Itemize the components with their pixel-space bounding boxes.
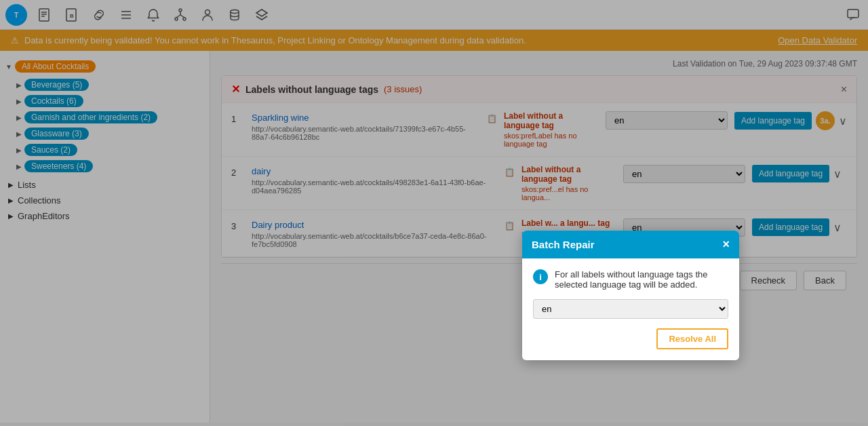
resolve-all-button[interactable]: Resolve All <box>656 328 728 349</box>
modal-info: i For all labels without language tags t… <box>533 269 728 290</box>
modal-close-button[interactable]: × <box>722 237 730 252</box>
modal-language-select[interactable]: endefr <box>533 299 728 319</box>
info-icon: i <box>533 269 548 284</box>
modal-title: Batch Repair <box>532 239 595 250</box>
modal-overlay: Batch Repair × i For all labels without … <box>0 0 868 423</box>
modal-info-text: For all labels without language tags the… <box>555 269 728 290</box>
modal-footer: Resolve All <box>533 328 728 349</box>
modal-header: Batch Repair × <box>522 231 739 258</box>
batch-repair-modal: Batch Repair × i For all labels without … <box>522 231 739 360</box>
modal-body: i For all labels without language tags t… <box>522 258 739 360</box>
